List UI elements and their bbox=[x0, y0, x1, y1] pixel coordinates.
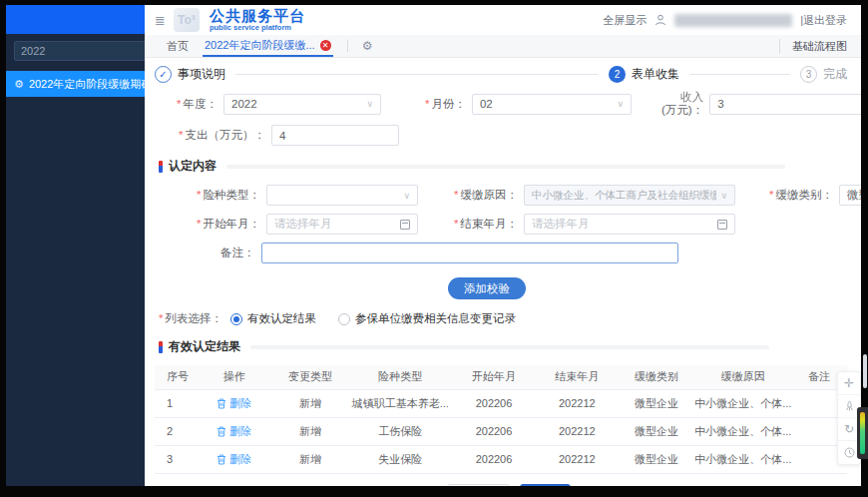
chevron-down-icon: ∨ bbox=[366, 99, 373, 109]
table-row: 3 删除 新增 失业保险 202206 202212 微型企业 中小微企业、个体… bbox=[155, 445, 847, 473]
income-label: 收入 (万元)： bbox=[661, 91, 703, 117]
radio-valid-results[interactable]: 有效认定结果 bbox=[230, 311, 316, 326]
recorder-widget[interactable] bbox=[857, 407, 868, 459]
defer-reason-select[interactable]: 中小微企业、个体工商户及社会组织缓缴 ∨ bbox=[524, 185, 735, 206]
form-row-dates: 开始年月： 请选择年月 结束年月： 请选择年月 bbox=[155, 214, 847, 235]
remark-input[interactable] bbox=[261, 243, 678, 263]
move-icon[interactable]: ✛ bbox=[838, 372, 860, 395]
scrollbar-thumb[interactable] bbox=[863, 354, 867, 388]
end-month-picker[interactable]: 请选择年月 bbox=[524, 214, 735, 235]
insurance-type-select[interactable]: ∨ bbox=[266, 185, 418, 206]
results-table: 序号 操作 变更类型 险种类型 开始年月 结束年月 缓缴类别 缓缴原因 备注 bbox=[155, 365, 847, 474]
section-divider bbox=[250, 345, 769, 349]
radio-unselected-icon bbox=[338, 313, 350, 325]
trash-icon bbox=[217, 454, 226, 465]
delete-button[interactable]: 删除 bbox=[217, 396, 251, 411]
expense-input[interactable] bbox=[271, 125, 399, 146]
radio-selected-icon bbox=[230, 313, 242, 325]
save-button[interactable]: 保存 bbox=[520, 484, 571, 487]
collapse-menu-icon[interactable]: ≣ bbox=[155, 13, 166, 28]
app-window: ✕ ⚙ 2022年定向阶段缓缴期确认 ≣ To³ 公共服务平台 public s… bbox=[6, 5, 861, 486]
step-2-active: 2 表单收集 bbox=[609, 66, 679, 83]
defer-category-label: 缓缴类别： bbox=[769, 188, 833, 203]
step-1-check-icon: ✓ bbox=[155, 66, 172, 83]
col-start: 开始年月 bbox=[452, 365, 535, 389]
logout-link[interactable]: |退出登录 bbox=[800, 13, 847, 28]
calendar-icon bbox=[400, 220, 410, 230]
col-end: 结束年月 bbox=[536, 365, 619, 389]
delete-button[interactable]: 删除 bbox=[217, 452, 251, 467]
form-row-expense: 支出（万元）： bbox=[155, 125, 847, 146]
section-determination: 认定内容 bbox=[159, 158, 847, 175]
section-divider bbox=[226, 165, 785, 169]
form-row-period: 年度： 2022 ∨ 月份： 02 ∨ bbox=[155, 91, 847, 117]
col-no: 序号 bbox=[155, 365, 197, 389]
fullscreen-toggle[interactable]: 全屏显示 bbox=[603, 13, 647, 28]
col-reason: 缓缴原因 bbox=[694, 365, 791, 389]
gear-icon: ⚙ bbox=[14, 78, 24, 91]
tab-home[interactable]: 首页 bbox=[167, 39, 189, 54]
main-area: ≣ To³ 公共服务平台 public service platform 全屏显… bbox=[145, 5, 861, 486]
section-bar-icon bbox=[159, 161, 163, 173]
col-category: 缓缴类别 bbox=[619, 365, 694, 389]
defer-category-select[interactable]: 微型企业 ∨ bbox=[839, 185, 861, 206]
step-2-label: 表单收集 bbox=[632, 66, 679, 83]
platform-logo: To³ bbox=[174, 8, 200, 32]
month-select[interactable]: 02 ∨ bbox=[472, 94, 632, 115]
insurance-type-label: 险种类型： bbox=[197, 188, 260, 203]
app-header: ≣ To³ 公共服务平台 public service platform 全屏显… bbox=[145, 5, 861, 35]
prev-step-button[interactable]: 上一步 bbox=[447, 484, 510, 487]
year-label: 年度： bbox=[177, 97, 217, 112]
add-check-button[interactable]: 添加校验 bbox=[448, 277, 526, 299]
step-1-done: ✓ 事项说明 bbox=[155, 66, 225, 83]
form-row-type: 险种类型： ∨ 缓缴原因： 中小微企业、个体工商户及社会组织缓缴 ∨ bbox=[155, 185, 847, 206]
remark-label: 备注： bbox=[220, 246, 255, 260]
expense-label: 支出（万元）： bbox=[179, 128, 265, 143]
section-bar-icon bbox=[159, 341, 163, 353]
content-area: ✓ 事项说明 2 表单收集 3 完成 bbox=[145, 58, 861, 486]
col-insurance-type: 险种类型 bbox=[348, 365, 452, 389]
chevron-down-icon: ∨ bbox=[403, 191, 410, 201]
screenshot-frame: ✕ ⚙ 2022年定向阶段缓缴期确认 ≣ To³ 公共服务平台 public s… bbox=[0, 0, 868, 497]
income-input[interactable] bbox=[709, 94, 861, 115]
sidebar-search-box: ✕ bbox=[14, 41, 139, 61]
step-3-pending: 3 完成 bbox=[800, 66, 847, 83]
audio-level-meter bbox=[860, 412, 865, 454]
step-2-number: 2 bbox=[609, 66, 626, 83]
sidebar-logo-block bbox=[6, 5, 145, 34]
year-select[interactable]: 2022 ∨ bbox=[223, 94, 381, 115]
sidebar-item-label: 2022年定向阶段缓缴期确认 bbox=[29, 77, 163, 92]
form-row-remark: 备注： bbox=[155, 243, 847, 263]
tab-settings-icon[interactable]: ⚙ bbox=[362, 39, 373, 53]
defer-reason-label: 缓缴原因： bbox=[454, 188, 518, 203]
footer-actions: 上一步 保存 bbox=[163, 484, 855, 487]
chevron-down-icon: ∨ bbox=[720, 191, 727, 201]
platform-subtitle: public service platform bbox=[210, 24, 305, 32]
delete-button[interactable]: 删除 bbox=[217, 424, 251, 439]
chevron-down-icon: ∨ bbox=[617, 99, 624, 109]
end-month-label: 结束年月： bbox=[454, 217, 518, 232]
tab-divider bbox=[347, 40, 348, 52]
step-indicator: ✓ 事项说明 2 表单收集 3 完成 bbox=[155, 66, 847, 83]
trash-icon bbox=[217, 426, 226, 437]
basic-flowchart-link[interactable]: 基础流程图 bbox=[779, 39, 847, 54]
col-operation: 操作 bbox=[197, 365, 272, 389]
start-month-picker[interactable]: 请选择年月 bbox=[266, 214, 418, 235]
close-tab-icon[interactable]: ✕ bbox=[320, 40, 331, 51]
trash-icon bbox=[217, 398, 226, 409]
table-row: 1 删除 新增 城镇职工基本养老... 202206 202212 微型企业 中… bbox=[155, 389, 847, 417]
table-row: 2 删除 新增 工伤保险 202206 202212 微型企业 中小微企业、个体… bbox=[155, 417, 847, 445]
col-change-type: 变更类型 bbox=[272, 365, 348, 389]
platform-titles: 公共服务平台 public service platform bbox=[210, 8, 305, 32]
section-results-title: 有效认定结果 bbox=[169, 338, 240, 355]
tab-active-label: 2022年定向阶段缓缴... bbox=[205, 38, 315, 53]
sidebar: ✕ ⚙ 2022年定向阶段缓缴期确认 bbox=[6, 5, 145, 486]
platform-title: 公共服务平台 bbox=[210, 8, 305, 24]
tab-active-deferral[interactable]: 2022年定向阶段缓缴... ✕ bbox=[203, 35, 333, 57]
tab-bar: 首页 2022年定向阶段缓缴... ✕ ⚙ 基础流程图 bbox=[145, 35, 861, 58]
table-header-row: 序号 操作 变更类型 险种类型 开始年月 结束年月 缓缴类别 缓缴原因 备注 bbox=[155, 365, 847, 389]
list-select-row: 列表选择： 有效认定结果 参保单位缴费相关信息变更记录 bbox=[159, 311, 847, 326]
radio-change-records[interactable]: 参保单位缴费相关信息变更记录 bbox=[338, 311, 516, 326]
section-determination-title: 认定内容 bbox=[169, 158, 217, 175]
sidebar-item-2022-deferral[interactable]: ⚙ 2022年定向阶段缓缴期确认 bbox=[6, 71, 145, 97]
